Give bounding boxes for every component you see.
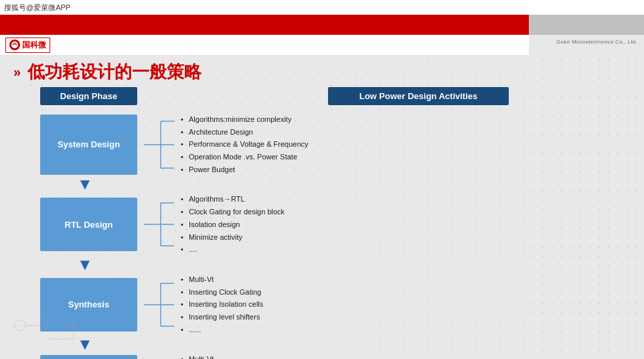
red-bar: [0, 15, 529, 35]
phase-box-system: System Design: [40, 115, 137, 175]
title-arrow: »: [13, 64, 21, 80]
phase-box-rtl: RTL Design: [40, 198, 137, 251]
bracket-synthesis: [137, 278, 181, 332]
arrow-3: ▼: [77, 336, 515, 352]
phase-box-gate: Gate-Level: [40, 355, 137, 359]
svg-point-0: [11, 42, 18, 48]
bracket-rtl: [137, 198, 181, 251]
circuit-decoration: [7, 299, 107, 352]
right-dot-grid: [529, 55, 644, 359]
activities-system: •Algorithms:minimize complexity •Archite…: [181, 113, 515, 175]
phase-row-system: System Design •Algorithms:minimize compl…: [40, 113, 515, 175]
arrow-1: ▼: [77, 176, 515, 192]
low-power-header: Low Power Design Activities: [328, 87, 509, 105]
svg-point-27: [45, 324, 49, 328]
logo-icon: [9, 40, 20, 50]
phases-container: System Design •Algorithms:minimize compl…: [40, 113, 515, 359]
phase-row-rtl: RTL Design •Algorithms→RTL •Clock Gating…: [40, 193, 515, 255]
activities-synthesis: •Multi-Vt •Inserting Clock Gating •Inser…: [181, 273, 515, 336]
svg-point-21: [15, 320, 25, 331]
activities-rtl: •Algorithms→RTL •Clock Gating for design…: [181, 193, 515, 255]
svg-point-28: [72, 324, 76, 328]
company-logo: 国科微: [5, 38, 50, 53]
design-phase-header: Design Phase: [40, 87, 137, 105]
slide: 国科微 Goke Microelectronics Co., Ltd. » 低功…: [0, 15, 644, 359]
phase-row-gate: Gate-Level •Multi-Vt •Cell resizing •Phy…: [40, 353, 515, 359]
bracket-system: [137, 115, 181, 175]
column-headers: Design Phase Low Power Design Activities: [40, 87, 515, 105]
activities-gate: •Multi-Vt •Cell resizing •Physical imple…: [181, 353, 515, 359]
phase-row-synthesis: Synthesis •Multi-Vt •Inserting Clock Gat…: [40, 273, 515, 336]
page-title: 低功耗设计的一般策略: [27, 60, 202, 84]
goke-brand: Goke Microelectronics Co., Ltd.: [556, 39, 637, 45]
logo-bar: 国科微: [0, 35, 529, 55]
arrow-2: ▼: [77, 257, 515, 273]
top-right-image: [529, 15, 644, 35]
title-section: » 低功耗设计的一般策略: [13, 60, 202, 84]
bracket-gate: [137, 355, 181, 359]
watermark-text: 搜狐号@爱菜微APP: [4, 3, 70, 13]
company-name: 国科微: [22, 40, 46, 51]
watermark-bar: 搜狐号@爱菜微APP: [0, 0, 644, 15]
